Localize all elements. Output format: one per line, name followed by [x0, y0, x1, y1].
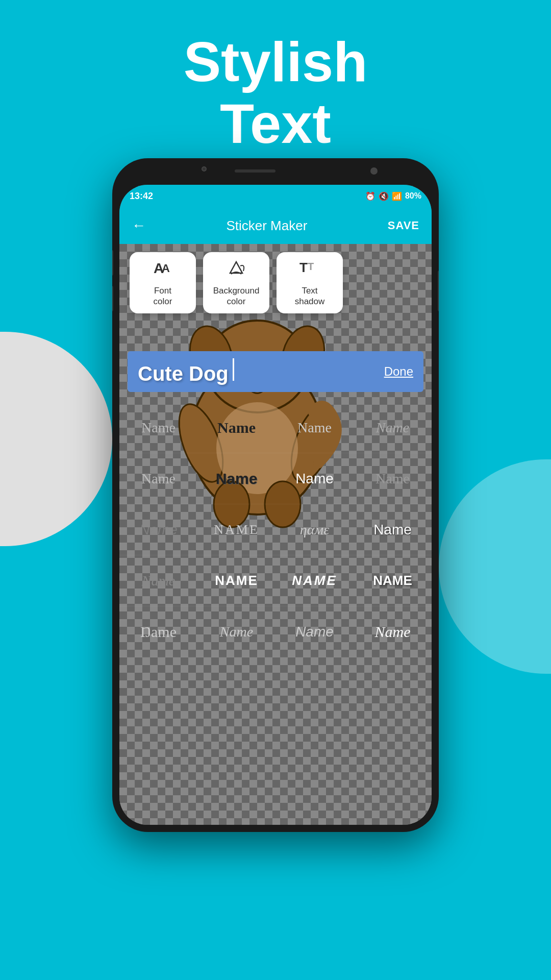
style-cell[interactable]: Name — [119, 504, 197, 555]
phone-mockup: 13:42 ⏰ 🔇 📶 80% ← Sticker Maker SAVE — [112, 158, 439, 873]
style-cell[interactable]: Name — [354, 402, 432, 453]
background-color-label: Backgroundcolor — [213, 286, 260, 307]
style-row-1: Name Name Name Name — [119, 402, 432, 453]
mute-icon: 🔇 — [379, 191, 389, 201]
style-cell[interactable]: Name — [276, 453, 354, 504]
done-button[interactable]: Done — [384, 364, 413, 379]
style-row-5: Ŋame Name Name Name — [119, 606, 432, 657]
style-cell[interactable]: Name — [354, 606, 432, 657]
text-shadow-label: Textshadow — [295, 286, 325, 307]
phone-sensor — [370, 167, 378, 175]
alarm-icon: ⏰ — [365, 191, 375, 201]
background-color-button[interactable]: Backgroundcolor — [203, 252, 269, 313]
text-input-value[interactable]: Cute Dog — [138, 358, 234, 385]
power-button — [438, 271, 439, 311]
bg-circle-right — [439, 459, 551, 674]
style-cell[interactable]: NAME — [354, 555, 432, 606]
hero-title-line1: Stylish — [0, 31, 551, 92]
font-color-label: Fontcolor — [154, 286, 172, 307]
font-color-button[interactable]: A A Fontcolor — [130, 252, 196, 313]
app-title: Sticker Maker — [226, 218, 307, 234]
tools-row: A A Fontcolor — [130, 252, 343, 313]
style-cell[interactable]: ηαмε — [276, 504, 354, 555]
hero-title-line2: Text — [0, 92, 551, 154]
phone-speaker — [235, 169, 276, 173]
style-cell[interactable]: Name — [354, 504, 432, 555]
style-cell[interactable]: NAME — [197, 555, 276, 606]
text-shadow-icon: T T — [298, 259, 321, 282]
style-cell[interactable]: Name — [119, 402, 197, 453]
save-button[interactable]: SAVE — [388, 219, 419, 232]
style-cell[interactable]: Ŋame — [119, 606, 197, 657]
status-bar-right: ⏰ 🔇 📶 80% — [365, 191, 421, 201]
battery-text: 80% — [405, 191, 421, 201]
wifi-icon: 📶 — [392, 191, 402, 201]
back-button[interactable]: ← — [132, 217, 146, 234]
style-cell[interactable]: Name — [197, 402, 276, 453]
style-cell[interactable]: Name — [119, 453, 197, 504]
text-cursor — [233, 358, 234, 381]
hero-title: Stylish Text — [0, 31, 551, 154]
app-toolbar: ← Sticker Maker SAVE — [119, 207, 432, 244]
style-row-4: Name NAME NAME NAME — [119, 555, 432, 606]
bg-circle-left — [0, 332, 112, 546]
phone-camera — [202, 166, 207, 172]
style-cell[interactable]: NAME — [197, 504, 276, 555]
svg-text:T: T — [299, 260, 308, 275]
content-area: A A Fontcolor — [119, 244, 432, 825]
style-cell[interactable]: Name — [354, 453, 432, 504]
status-bar: 13:42 ⏰ 🔇 📶 80% — [119, 185, 432, 207]
style-cell[interactable]: Name — [119, 555, 197, 606]
style-cell[interactable]: Name — [197, 606, 276, 657]
style-cell[interactable]: Name — [276, 402, 354, 453]
phone-screen: 13:42 ⏰ 🔇 📶 80% ← Sticker Maker SAVE — [119, 185, 432, 825]
text-input-area[interactable]: Cute Dog Done — [128, 351, 423, 392]
style-row-3: Name NAME ηαмε Name — [119, 504, 432, 555]
background-color-icon — [226, 259, 246, 282]
style-cell[interactable]: NAME — [276, 555, 354, 606]
font-color-icon: A A — [153, 259, 173, 282]
style-cell[interactable]: Name — [197, 453, 276, 504]
text-shadow-button[interactable]: T T Textshadow — [277, 252, 343, 313]
style-row-2: Name Name Name Name — [119, 453, 432, 504]
text-content: Cute Dog — [138, 362, 229, 385]
style-cell[interactable]: Name — [276, 606, 354, 657]
volume-btn-1 — [112, 250, 113, 276]
volume-btn-2 — [112, 286, 113, 311]
svg-text:A: A — [162, 262, 170, 275]
status-time: 13:42 — [130, 191, 153, 202]
phone-outer: 13:42 ⏰ 🔇 📶 80% ← Sticker Maker SAVE — [112, 158, 439, 832]
font-styles-grid: Name Name Name Name Name Name Name Name — [119, 402, 432, 825]
svg-text:T: T — [308, 261, 314, 272]
